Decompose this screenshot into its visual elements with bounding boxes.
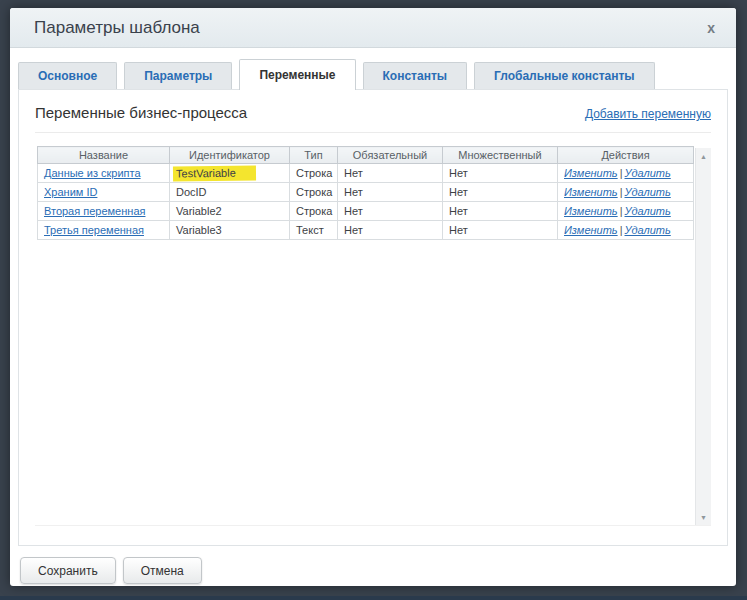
close-icon[interactable]: x <box>705 19 717 37</box>
edit-link[interactable]: Изменить <box>564 186 618 198</box>
variable-name-link[interactable]: Храним ID <box>44 186 97 198</box>
variable-required: Нет <box>338 183 443 202</box>
variable-type: Строка <box>290 183 338 202</box>
scroll-up-icon[interactable]: ▲ <box>696 149 711 163</box>
action-separator: | <box>620 205 623 217</box>
delete-link[interactable]: Удалить <box>625 205 671 217</box>
variable-type: Текст <box>290 221 338 240</box>
identifier-highlighted: TestVariable <box>173 165 256 181</box>
edit-link[interactable]: Изменить <box>564 205 618 217</box>
variable-name-link[interactable]: Данные из скрипта <box>44 167 141 179</box>
table-scroll-area: Название Идентификатор Тип Обязательный … <box>35 146 711 526</box>
delete-link[interactable]: Удалить <box>625 186 671 198</box>
cancel-button[interactable]: Отмена <box>123 557 202 584</box>
table-row: Третья переменная Variable3 Текст Нет Не… <box>38 221 694 240</box>
column-header-type: Тип <box>290 147 338 164</box>
edit-link[interactable]: Изменить <box>564 224 618 236</box>
variable-required: Нет <box>338 164 443 183</box>
column-header-name: Название <box>38 147 170 164</box>
tab-parameters[interactable]: Параметры <box>124 62 232 89</box>
table-row: Храним ID DocID Строка Нет Нет Изменить|… <box>38 183 694 202</box>
variable-multiple: Нет <box>443 164 558 183</box>
add-variable-link[interactable]: Добавить переменную <box>585 107 711 121</box>
panel-head: Переменные бизнес-процесса Добавить пере… <box>35 104 711 121</box>
scroll-down-icon[interactable]: ▼ <box>696 510 711 524</box>
variable-type: Строка <box>290 164 338 183</box>
table-header-row: Название Идентификатор Тип Обязательный … <box>38 147 694 164</box>
save-button[interactable]: Сохранить <box>20 557 116 584</box>
delete-link[interactable]: Удалить <box>625 224 671 236</box>
tab-constants[interactable]: Константы <box>363 62 468 89</box>
variable-name-link[interactable]: Вторая переменная <box>44 205 145 217</box>
variable-identifier: Variable2 <box>170 202 290 221</box>
variable-multiple: Нет <box>443 221 558 240</box>
tab-variables[interactable]: Переменные <box>239 59 355 90</box>
tab-main[interactable]: Основное <box>18 62 117 89</box>
table-row: Данные из скрипта TestVariable Строка Не… <box>38 164 694 183</box>
column-header-required: Обязательный <box>338 147 443 164</box>
variable-multiple: Нет <box>443 183 558 202</box>
variable-type: Строка <box>290 202 338 221</box>
action-separator: | <box>620 167 623 179</box>
action-separator: | <box>620 186 623 198</box>
edit-link[interactable]: Изменить <box>564 167 618 179</box>
column-header-identifier: Идентификатор <box>170 147 290 164</box>
variable-identifier: Variable3 <box>170 221 290 240</box>
heading-divider <box>35 132 711 133</box>
vertical-scrollbar[interactable]: ▲ ▼ <box>695 148 711 525</box>
variable-identifier: DocID <box>170 183 290 202</box>
column-header-actions: Действия <box>558 147 694 164</box>
variables-table: Название Идентификатор Тип Обязательный … <box>37 146 694 240</box>
dialog-title: Параметры шаблона <box>34 18 200 38</box>
dialog-footer: Сохранить Отмена <box>20 557 736 584</box>
dialog-header: Параметры шаблона x <box>10 8 736 48</box>
action-separator: | <box>620 224 623 236</box>
column-header-multiple: Множественный <box>443 147 558 164</box>
variable-name-link[interactable]: Третья переменная <box>44 224 144 236</box>
variables-panel: Переменные бизнес-процесса Добавить пере… <box>18 89 728 546</box>
variable-required: Нет <box>338 221 443 240</box>
delete-link[interactable]: Удалить <box>625 167 671 179</box>
template-parameters-dialog: Параметры шаблона x Основное Параметры П… <box>10 8 736 586</box>
panel-heading: Переменные бизнес-процесса <box>35 104 247 121</box>
backdrop-bottom-line <box>0 596 747 600</box>
tab-bar: Основное Параметры Переменные Константы … <box>18 58 728 89</box>
tab-global-constants[interactable]: Глобальные константы <box>474 62 655 89</box>
variable-required: Нет <box>338 202 443 221</box>
variable-multiple: Нет <box>443 202 558 221</box>
table-row: Вторая переменная Variable2 Строка Нет Н… <box>38 202 694 221</box>
